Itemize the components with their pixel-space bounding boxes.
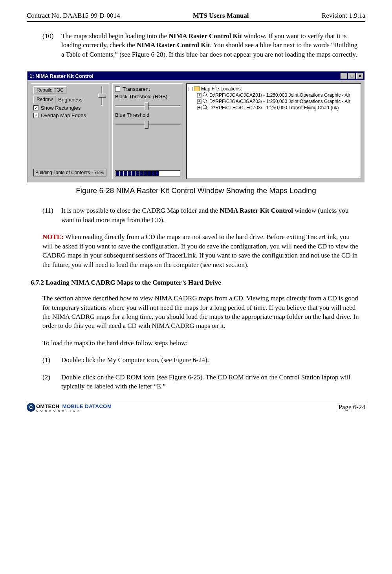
step-number: (1) — [42, 355, 61, 364]
expand-icon[interactable]: + — [197, 106, 201, 110]
figure-caption: Figure 6-28 NIMA Raster Kit Control Wind… — [27, 186, 365, 195]
step-2: (2) Double click on the CD ROM icon (see… — [42, 373, 361, 391]
rebuild-toc-button[interactable]: Rebuild TOC — [33, 86, 67, 94]
page-number: Page 6-24 — [339, 403, 365, 411]
overlap-edges-label: Overlap Map Edges — [41, 112, 86, 118]
tree-root[interactable]: - Map File Locations: — [189, 86, 359, 92]
nima-raster-kit-window: 1: NIMA Raster Kit Control _ □ ✕ Rebuild… — [27, 71, 365, 183]
window-titlebar[interactable]: 1: NIMA Raster Kit Control _ □ ✕ — [27, 72, 365, 80]
section-heading: 6.7.2 Loading NIMA CADRG Maps to the Com… — [31, 279, 365, 287]
note-block: NOTE: When reading directly from a CD th… — [42, 232, 361, 269]
step-content: It is now possible to close the CADRG Ma… — [61, 206, 361, 224]
blue-threshold-slider[interactable] — [115, 120, 180, 129]
step-1: (1) Double click the My Computer icon, (… — [42, 355, 361, 364]
steps-intro: To load the maps to the hard drive follo… — [42, 339, 361, 348]
step-content: Double click on the CD ROM icon (see Fig… — [61, 373, 361, 391]
step-number: (11) — [42, 206, 61, 224]
page-footer: C OMTECH MOBILE DATACOM C O R P O R A T … — [27, 403, 365, 412]
window-title: 1: NIMA Raster Kit Control — [29, 73, 93, 79]
brightness-slider[interactable] — [97, 86, 106, 106]
close-button[interactable]: ✕ — [356, 73, 363, 79]
contract-number: Contract No. DAAB15-99-D-0014 — [27, 12, 120, 20]
step-10: (10) The maps should begin loading into … — [42, 31, 361, 59]
redraw-button[interactable]: Redraw — [33, 96, 56, 103]
note-text: When reading directly from a CD the maps… — [42, 233, 358, 268]
black-threshold-label: Black Threshold (RGB) — [115, 94, 180, 99]
black-threshold-slider[interactable] — [115, 101, 180, 110]
section-paragraph: The section above described how to view … — [42, 294, 361, 331]
tree-panel: - Map File Locations: + D:\RPF\CJGA\CJGA… — [186, 83, 361, 179]
expand-icon[interactable]: + — [197, 99, 201, 104]
maximize-button[interactable]: □ — [348, 73, 355, 79]
step-11: (11) It is now possible to close the CAD… — [42, 206, 361, 224]
folder-icon — [194, 86, 200, 91]
page-header: Contract No. DAAB15-99-D-0014 MTS Users … — [27, 12, 365, 22]
step-content: The maps should begin loading into the N… — [61, 31, 361, 59]
magnifier-icon — [203, 105, 208, 110]
left-panel: Rebuild TOC Redraw Brightness ✓Show Rect… — [31, 83, 109, 179]
manual-title: MTS Users Manual — [193, 12, 249, 20]
footer-rule — [27, 400, 365, 400]
status-text: Building Table of Contents - 75% — [33, 169, 106, 177]
collapse-icon[interactable]: - — [189, 87, 193, 91]
note-label: NOTE: — [42, 233, 64, 241]
expand-icon[interactable]: + — [197, 93, 201, 98]
tree-item-2[interactable]: + D:\RPF\CJGA\CJGAZ03\ - 1:250,000 Joint… — [189, 98, 359, 105]
transparent-label: Transparent — [123, 86, 150, 92]
tree-item-3[interactable]: + D:\RPF\CTFC\CTFCZ03\ - 1:250,000 Trans… — [189, 105, 359, 111]
blue-threshold-label: Blue Threshold — [115, 112, 180, 118]
show-rectangles-checkbox[interactable]: ✓ — [33, 105, 38, 110]
step-number: (2) — [42, 373, 61, 391]
company-logo: C OMTECH MOBILE DATACOM C O R P O R A T … — [27, 403, 112, 412]
tree-item-1[interactable]: + D:\RPF\CJGA\CJGAZ01\ - 1:250,000 Joint… — [189, 92, 359, 98]
revision: Revision: 1.9.1a — [322, 12, 365, 20]
overlap-edges-checkbox[interactable]: ✓ — [33, 113, 38, 118]
magnifier-icon — [203, 92, 208, 98]
brightness-label: Brightness — [58, 97, 82, 103]
step-content: Double click the My Computer icon, (see … — [61, 355, 361, 364]
transparent-checkbox[interactable] — [115, 86, 120, 92]
show-rectangles-label: Show Rectangles — [41, 105, 81, 111]
progress-bar — [115, 170, 180, 177]
middle-panel: Transparent Black Threshold (RGB) Blue T… — [112, 83, 183, 179]
step-number: (10) — [42, 31, 61, 59]
magnifier-icon — [203, 99, 208, 104]
minimize-button[interactable]: _ — [341, 73, 348, 79]
globe-icon: C — [27, 403, 35, 412]
